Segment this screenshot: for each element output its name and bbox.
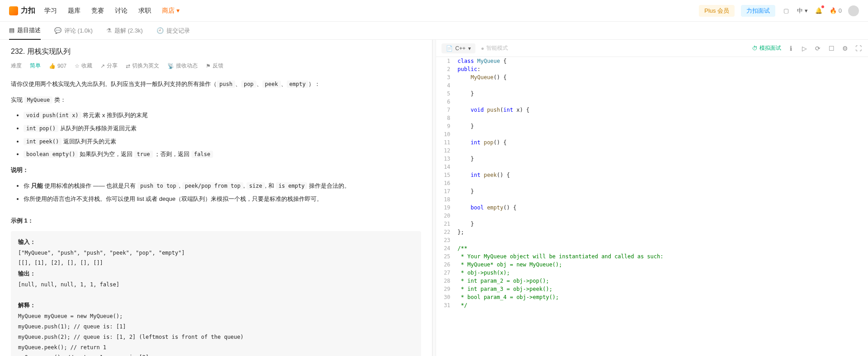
fire-count[interactable]: 🔥0 <box>830 7 842 14</box>
favorite-button[interactable]: ☆ 收藏 <box>75 62 92 70</box>
panel-splitter[interactable] <box>432 40 436 356</box>
language-select[interactable]: 📄 C++ ▾ <box>441 43 476 53</box>
code-content[interactable] <box>457 81 868 90</box>
nav-link[interactable]: 商店 ▾ <box>162 7 180 15</box>
code-line[interactable]: 23 <box>436 236 868 244</box>
code-content[interactable]: } <box>457 187 868 195</box>
code-line[interactable]: 28 * int param_2 = obj->pop(); <box>436 277 868 285</box>
tab-solutions[interactable]: ⚗ 题解 (2.3k) <box>106 22 143 39</box>
share-button[interactable]: ↗ 分享 <box>100 62 118 70</box>
code-line[interactable]: 13 } <box>436 155 868 163</box>
nav-link[interactable]: 求职 <box>138 7 151 15</box>
code-content[interactable] <box>457 195 868 204</box>
code-content[interactable]: } <box>457 220 868 228</box>
code-editor[interactable]: 1class MyQueue {2public:3 MyQueue() {4 5… <box>436 57 868 356</box>
nav-link[interactable]: 竞赛 <box>91 7 104 15</box>
code-content[interactable]: * MyQueue* obj = new MyQueue(); <box>457 261 868 269</box>
line-number: 29 <box>436 285 457 293</box>
code-line[interactable]: 27 * obj->push(x); <box>436 269 868 277</box>
bookmark-icon[interactable]: ☐ <box>827 45 835 52</box>
code-line[interactable]: 11 int pop() { <box>436 138 868 147</box>
settings-icon[interactable]: ⚙ <box>841 45 849 52</box>
code-line[interactable]: 21 } <box>436 220 868 228</box>
code-line[interactable]: 18 <box>436 195 868 204</box>
code-content[interactable]: }; <box>457 228 868 236</box>
code-content[interactable] <box>457 130 868 138</box>
nav-link[interactable]: 题库 <box>68 7 81 15</box>
code-line[interactable]: 15 int peek() { <box>436 171 868 179</box>
code-content[interactable]: } <box>457 90 868 98</box>
code-content[interactable]: public: <box>457 65 868 73</box>
like-button[interactable]: 👍 907 <box>49 63 66 69</box>
plus-member-button[interactable]: Plus 会员 <box>699 5 735 17</box>
interview-button[interactable]: 力扣面试 <box>741 5 775 17</box>
code-content[interactable]: /** <box>457 244 868 252</box>
bell-icon[interactable]: 🔔 <box>814 6 823 15</box>
switch-lang-button[interactable]: ⇄ 切换为英文 <box>126 62 159 70</box>
code-line[interactable]: 24/** <box>436 244 868 252</box>
code-content[interactable]: class MyQueue { <box>457 57 868 65</box>
reset-icon[interactable]: ⟳ <box>814 45 822 52</box>
code-line[interactable]: 10 <box>436 130 868 138</box>
tab-comments[interactable]: 💬 评论 (1.0k) <box>54 22 93 39</box>
code-content[interactable]: MyQueue() { <box>457 73 868 81</box>
code-line[interactable]: 26 * MyQueue* obj = new MyQueue(); <box>436 261 868 269</box>
nav-link[interactable]: 讨论 <box>115 7 128 15</box>
code-line[interactable]: 19 bool empty() { <box>436 204 868 212</box>
code-content[interactable]: * int param_2 = obj->pop(); <box>457 277 868 285</box>
code-content[interactable] <box>457 236 868 244</box>
code-line[interactable]: 31 */ <box>436 301 868 309</box>
code-line[interactable]: 2public: <box>436 65 868 73</box>
info-icon[interactable]: ℹ <box>787 45 795 52</box>
code-line[interactable]: 30 * bool param_4 = obj->empty(); <box>436 293 868 301</box>
code-line[interactable]: 3 MyQueue() { <box>436 73 868 81</box>
code-line[interactable]: 9 } <box>436 122 868 130</box>
code-content[interactable]: int peek() { <box>457 171 868 179</box>
smart-mode-toggle[interactable]: ● 智能模式 <box>481 44 508 52</box>
code-line[interactable]: 5 } <box>436 90 868 98</box>
language-selector[interactable]: 中 ▾ <box>797 7 808 15</box>
code-content[interactable]: void push(int x) { <box>457 106 868 114</box>
code-content[interactable]: * bool param_4 = obj->empty(); <box>457 293 868 301</box>
code-content[interactable] <box>457 212 868 220</box>
code-content[interactable] <box>457 98 868 106</box>
receive-updates-button[interactable]: 📡 接收动态 <box>167 62 198 70</box>
nav-link[interactable]: 学习 <box>44 7 57 15</box>
code-content[interactable] <box>457 114 868 122</box>
code-line[interactable]: 25 * Your MyQueue object will be instant… <box>436 252 868 261</box>
code-content[interactable]: * int param_3 = obj->peek(); <box>457 285 868 293</box>
code-content[interactable]: * obj->push(x); <box>457 269 868 277</box>
code-line[interactable]: 17 } <box>436 187 868 195</box>
tab-description[interactable]: ▤ 题目描述 <box>9 22 41 40</box>
code-line[interactable]: 8 <box>436 114 868 122</box>
code-content[interactable] <box>457 147 868 155</box>
code-content[interactable]: */ <box>457 301 868 309</box>
code-content[interactable]: } <box>457 155 868 163</box>
feedback-button[interactable]: ⚑ 反馈 <box>206 62 223 70</box>
mock-interview-button[interactable]: ⏱ 模拟面试 <box>752 44 781 52</box>
tab-submissions[interactable]: 🕘 提交记录 <box>157 22 190 39</box>
line-number: 2 <box>436 65 457 73</box>
code-content[interactable]: bool empty() { <box>457 204 868 212</box>
fullscreen-icon[interactable]: ⛶ <box>854 45 863 52</box>
code-line[interactable]: 14 <box>436 163 868 171</box>
line-number: 11 <box>436 138 457 147</box>
run-icon[interactable]: ▷ <box>800 45 808 52</box>
avatar[interactable] <box>848 5 859 16</box>
code-line[interactable]: 6 <box>436 98 868 106</box>
logo[interactable]: 力扣 <box>9 6 35 15</box>
code-content[interactable]: int pop() { <box>457 138 868 147</box>
code-line[interactable]: 1class MyQueue { <box>436 57 868 65</box>
code-line[interactable]: 7 void push(int x) { <box>436 106 868 114</box>
code-content[interactable]: } <box>457 122 868 130</box>
code-content[interactable]: * Your MyQueue object will be instantiat… <box>457 252 868 261</box>
code-line[interactable]: 16 <box>436 179 868 187</box>
code-content[interactable] <box>457 179 868 187</box>
code-line[interactable]: 12 <box>436 147 868 155</box>
code-line[interactable]: 4 <box>436 81 868 90</box>
playground-icon[interactable]: ▢ <box>782 6 791 15</box>
code-content[interactable] <box>457 163 868 171</box>
code-line[interactable]: 22}; <box>436 228 868 236</box>
code-line[interactable]: 20 <box>436 212 868 220</box>
code-line[interactable]: 29 * int param_3 = obj->peek(); <box>436 285 868 293</box>
